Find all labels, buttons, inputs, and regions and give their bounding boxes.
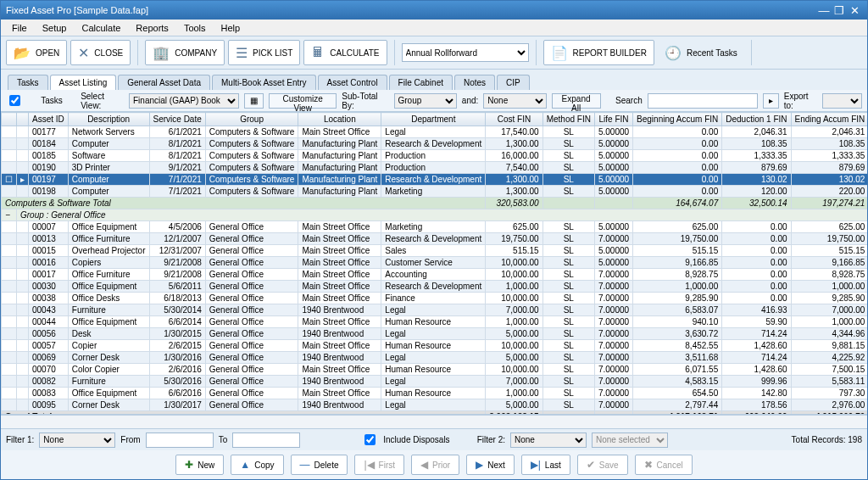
last-button[interactable]: ▶|Last (521, 455, 570, 475)
table-row[interactable]: 00016Copiers9/21/2008General OfficeMain … (2, 257, 868, 269)
company-button[interactable]: 🏢COMPANY (145, 40, 225, 65)
table-row[interactable]: 00185Software8/1/2021Computers & Softwar… (2, 150, 868, 162)
table-row[interactable]: 00015Overhead Projector12/31/2007General… (2, 245, 868, 257)
table-row[interactable]: 00013Office Furniture12/1/2007General Of… (2, 233, 868, 245)
col-header[interactable]: Deduction 1 FIN (722, 113, 791, 126)
rollforward-combo[interactable]: Annual Rollforward (402, 43, 529, 62)
next-button[interactable]: ▶Next (466, 455, 515, 475)
grid-icon-button[interactable]: ▦ (244, 93, 264, 109)
to-input[interactable] (232, 433, 300, 448)
select-all-checkbox[interactable] (9, 95, 20, 106)
first-icon: |◀ (364, 459, 374, 471)
search-input[interactable] (648, 93, 758, 109)
menu-file[interactable]: File (4, 21, 35, 35)
minimize-icon[interactable]: — (816, 4, 832, 17)
tab-row: Tasks Asset Listing General Asset Data M… (1, 70, 867, 90)
tab-multibook[interactable]: Multi-Book Asset Entry (212, 75, 316, 90)
menubar: File Setup Calculate Reports Tools Help (1, 20, 867, 36)
table-row[interactable]: 00184Computer8/1/2021Computers & Softwar… (2, 138, 868, 150)
asset-grid: Asset IDDescriptionService DateGroupLoca… (1, 112, 867, 415)
table-row[interactable]: 00043Furniture5/30/2014General Office194… (2, 304, 868, 316)
expand-all-button[interactable]: Expand All (552, 93, 601, 109)
recent-tasks-button[interactable]: 🕘Recent Tasks (658, 40, 744, 65)
tab-file-cabinet[interactable]: File Cabinet (389, 75, 453, 90)
save-button[interactable]: ✔Save (577, 455, 628, 475)
col-header[interactable]: Cost FIN (486, 113, 542, 126)
calculate-button[interactable]: 🖩CALCULATE (303, 40, 387, 65)
report-icon: 📄 (551, 45, 568, 61)
table-row[interactable]: 00082Furniture5/30/2016General Office194… (2, 376, 868, 388)
col-header[interactable]: Group (205, 113, 298, 126)
table-row[interactable]: 00095Corner Desk1/30/2017General Office1… (2, 399, 868, 411)
menu-setup[interactable]: Setup (35, 21, 75, 35)
filter2-value-select[interactable]: None selected (592, 433, 668, 448)
new-button[interactable]: ✚New (175, 455, 224, 475)
table-row[interactable]: 00070Color Copier2/6/2016General OfficeM… (2, 364, 868, 376)
col-header[interactable]: Asset ID (29, 113, 69, 126)
table-row[interactable]: 00030Office Equipment5/6/2011General Off… (2, 281, 868, 293)
table-row[interactable]: 001903D Printer9/1/2021Computers & Softw… (2, 162, 868, 174)
grid-wrapper[interactable]: Asset IDDescriptionService DateGroupLoca… (1, 112, 867, 415)
prior-button[interactable]: ◀Prior (411, 455, 459, 475)
customize-view-button[interactable]: Customize View (269, 93, 337, 109)
record-navbar: ✚New ▲Copy —Delete |◀First ◀Prior ▶Next … (1, 450, 867, 479)
search-go-button[interactable]: ▸ (763, 93, 779, 109)
from-label: From (120, 435, 140, 444)
col-header[interactable]: Description (68, 113, 149, 126)
col-header[interactable]: Department (381, 113, 486, 126)
subtotal-and-select[interactable]: None (483, 93, 546, 109)
report-builder-button[interactable]: 📄REPORT BUILDER (543, 40, 654, 65)
titlebar: Fixed Asset Pro [Sample Data.fap] — ❐ ✕ (1, 1, 867, 20)
table-row[interactable]: 00044Office Equipment6/6/2014General Off… (2, 316, 868, 328)
table-row[interactable]: 00056Desk1/30/2015General Office1940 Bre… (2, 328, 868, 340)
table-row[interactable]: 00069Corner Desk1/30/2016General Office1… (2, 352, 868, 364)
table-row[interactable]: 00017Office Furniture9/21/2008General Of… (2, 269, 868, 281)
group-header-row[interactable]: −Group : General Office (2, 209, 868, 221)
next-icon: ▶ (476, 459, 483, 471)
table-row[interactable]: 00198Computer7/1/2021Computers & Softwar… (2, 186, 868, 198)
delete-button[interactable]: —Delete (291, 455, 348, 475)
col-header[interactable]: Ending Accum FIN (791, 113, 867, 126)
menu-reports[interactable]: Reports (128, 21, 176, 35)
subtotal-group-select[interactable]: Group (394, 93, 457, 109)
filter1-select[interactable]: None (39, 433, 115, 448)
maximize-icon[interactable]: ❐ (832, 4, 847, 17)
menu-tools[interactable]: Tools (176, 21, 214, 35)
table-row[interactable]: 00177Network Servers6/1/2021Computers & … (2, 126, 868, 138)
copy-button[interactable]: ▲Copy (231, 455, 283, 475)
table-row[interactable]: 00007Office Equipment4/5/2006General Off… (2, 221, 868, 233)
table-row[interactable]: 00057Copier2/6/2015General OfficeMain St… (2, 340, 868, 352)
horizontal-scrollbar[interactable] (1, 415, 867, 428)
open-button[interactable]: 📂OPEN (6, 40, 67, 65)
tasks-label[interactable]: Tasks (41, 96, 63, 105)
from-input[interactable] (146, 433, 214, 448)
close-button[interactable]: ✕CLOSE (70, 40, 131, 65)
last-icon: ▶| (531, 459, 541, 471)
tab-notes[interactable]: Notes (454, 75, 495, 90)
search-label: Search (615, 96, 643, 105)
table-row[interactable]: 00083Office Equipment6/6/2016General Off… (2, 388, 868, 399)
col-header[interactable]: Beginning Accum FIN (633, 113, 722, 126)
close-icon[interactable]: ✕ (847, 4, 862, 17)
col-header[interactable]: Life FIN (594, 113, 632, 126)
tab-asset-control[interactable]: Asset Control (318, 75, 387, 90)
tab-tasks[interactable]: Tasks (8, 75, 48, 90)
cancel-button[interactable]: ✖Cancel (635, 455, 693, 475)
include-disposals-checkbox[interactable] (364, 434, 376, 445)
export-select[interactable] (822, 93, 862, 109)
table-row-selected[interactable]: ☐▸00197Computer7/1/2021Computers & Softw… (2, 174, 868, 186)
picklist-button[interactable]: ☰PICK LIST (228, 40, 300, 65)
tab-asset-listing[interactable]: Asset Listing (50, 75, 117, 90)
first-button[interactable]: |◀First (354, 455, 404, 475)
tab-cip[interactable]: CIP (497, 75, 530, 90)
col-header[interactable]: Location (298, 113, 381, 126)
view-select[interactable]: Financial (GAAP) Book (129, 93, 239, 109)
col-header[interactable]: Method FIN (542, 113, 594, 126)
filter2-select[interactable]: None (510, 433, 587, 448)
col-header[interactable]: Service Date (149, 113, 205, 126)
table-row[interactable]: 00038Office Desks6/18/2013General Office… (2, 293, 868, 304)
total-records-label: Total Records: 198 (792, 435, 862, 444)
menu-help[interactable]: Help (214, 21, 248, 35)
tab-general-asset-data[interactable]: General Asset Data (118, 75, 210, 90)
menu-calculate[interactable]: Calculate (74, 21, 128, 35)
